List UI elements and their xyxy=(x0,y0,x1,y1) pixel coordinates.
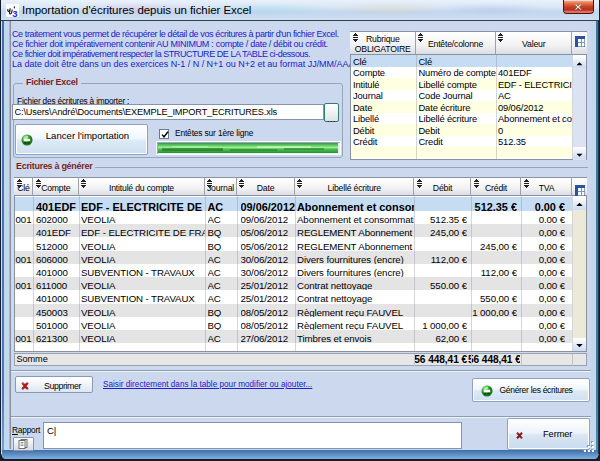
svg-text:3: 3 xyxy=(12,8,17,17)
